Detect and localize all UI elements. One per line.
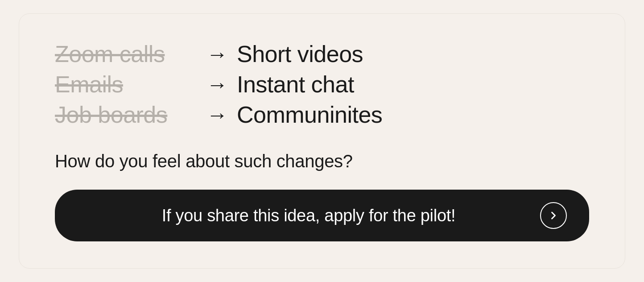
new-item-2: Instant chat bbox=[237, 71, 354, 98]
comparison-row-3: Job boards → Communinites bbox=[55, 101, 589, 128]
arrow-3: → bbox=[206, 103, 228, 127]
comparisons-list: Zoom calls → Short videos Emails → Insta… bbox=[55, 41, 589, 128]
question-text: How do you feel about such changes? bbox=[55, 151, 589, 171]
old-item-2: Emails bbox=[55, 71, 198, 98]
new-item-3: Communinites bbox=[237, 101, 382, 128]
cta-label: If you share this idea, apply for the pi… bbox=[77, 206, 540, 225]
chevron-right-icon bbox=[540, 202, 567, 229]
old-item-1: Zoom calls bbox=[55, 41, 198, 67]
main-card: Zoom calls → Short videos Emails → Insta… bbox=[19, 13, 625, 269]
comparison-row-2: Emails → Instant chat bbox=[55, 71, 589, 98]
arrow-2: → bbox=[206, 72, 228, 97]
old-item-3: Job boards bbox=[55, 101, 198, 128]
comparison-row-1: Zoom calls → Short videos bbox=[55, 41, 589, 67]
new-item-1: Short videos bbox=[237, 41, 363, 67]
cta-button[interactable]: If you share this idea, apply for the pi… bbox=[55, 190, 589, 241]
arrow-1: → bbox=[206, 42, 228, 66]
